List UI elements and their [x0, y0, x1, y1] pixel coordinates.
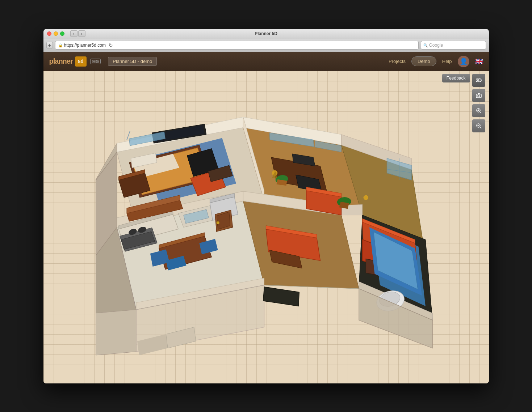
add-tab-button[interactable]: +: [46, 42, 53, 48]
close-button[interactable]: [47, 31, 51, 36]
maximize-button[interactable]: [60, 31, 64, 36]
camera-icon: [476, 92, 482, 99]
back-arrow[interactable]: ‹: [70, 30, 78, 37]
zoom-out-button[interactable]: [472, 119, 485, 132]
logo-icon: 5d: [75, 56, 87, 67]
search-bar[interactable]: 🔍 Google: [421, 41, 486, 50]
zoom-in-icon: [476, 107, 482, 114]
beta-badge: beta: [90, 59, 101, 64]
svg-marker-102: [263, 287, 299, 306]
svg-point-57: [363, 195, 368, 200]
svg-rect-2: [478, 93, 480, 94]
floorplan-svg: [60, 89, 458, 376]
language-flag[interactable]: 🇬🇧: [475, 58, 483, 65]
traffic-lights: [47, 31, 64, 36]
url-text: https://planner5d.com: [64, 43, 106, 48]
search-icon: 🔍: [423, 43, 428, 47]
feedback-button[interactable]: Feedback: [442, 74, 470, 82]
minimize-button[interactable]: [54, 31, 58, 36]
browser-toolbar: + 🔒 https://planner5d.com ↻ 🔍 Google: [43, 39, 489, 52]
help-link[interactable]: Help: [442, 59, 452, 64]
demo-button[interactable]: Demo: [411, 56, 436, 66]
lock-icon: 🔒: [58, 43, 63, 47]
search-placeholder: Google: [429, 43, 443, 48]
2d-view-button[interactable]: 2D: [472, 74, 485, 87]
zoom-out-icon: [476, 123, 482, 129]
logo-suffix: 5d: [78, 59, 84, 64]
svg-line-4: [480, 112, 481, 113]
right-toolbar: 2D: [472, 74, 485, 132]
window-title: Planner 5D: [255, 31, 277, 36]
project-name[interactable]: Planner 5D - demo: [108, 57, 157, 66]
zoom-in-button[interactable]: [472, 104, 485, 117]
app-header: planner 5d beta Planner 5D - demo Projec…: [43, 52, 489, 71]
projects-link[interactable]: Projects: [389, 59, 406, 64]
mac-window: ‹ › Planner 5D + 🔒 https://planner5d.com…: [43, 29, 489, 383]
user-avatar[interactable]: 👤: [458, 56, 469, 67]
svg-point-77: [216, 221, 219, 224]
refresh-icon[interactable]: ↻: [109, 42, 113, 48]
nav-arrows: ‹ ›: [70, 30, 85, 37]
svg-marker-96: [96, 310, 136, 355]
svg-line-8: [480, 127, 481, 128]
url-bar[interactable]: 🔒 https://planner5d.com ↻: [55, 41, 419, 50]
logo-area: planner 5d beta: [49, 56, 101, 67]
header-right: Projects Demo Help 👤 🇬🇧: [389, 56, 483, 67]
main-content: Feedback 2D: [43, 71, 489, 383]
forward-arrow[interactable]: ›: [78, 30, 85, 37]
floorplan-container[interactable]: [51, 89, 467, 376]
svg-point-1: [478, 95, 480, 97]
title-bar: ‹ › Planner 5D: [43, 29, 489, 39]
camera-button[interactable]: [472, 89, 485, 102]
logo-text: planner: [49, 57, 73, 65]
